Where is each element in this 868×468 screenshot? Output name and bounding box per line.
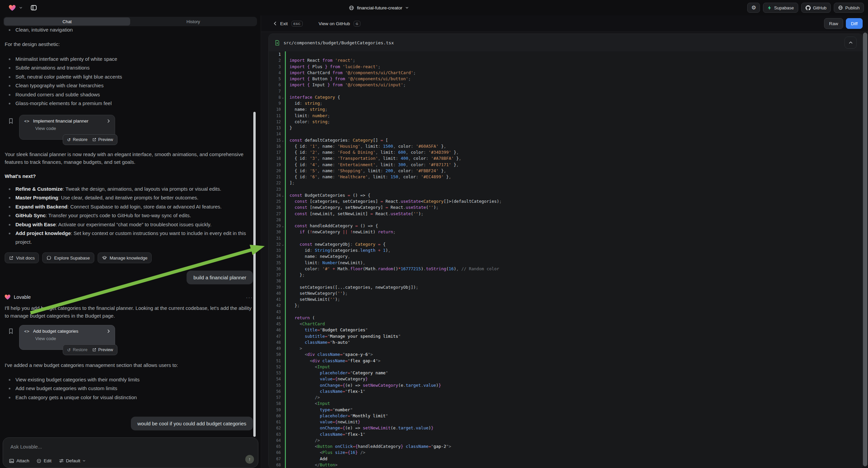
top-bullet-list: Clean, intuitive navigation: [5, 27, 253, 34]
workspace-chevron-down-icon[interactable]: [19, 6, 23, 9]
fold-chevron-icon: [281, 204, 285, 210]
line-number: 3: [270, 64, 281, 70]
code-text: name: string;: [285, 107, 328, 113]
send-button[interactable]: ↑: [245, 455, 254, 464]
line-number: 1: [270, 51, 281, 57]
chevron-down-icon: [83, 459, 86, 462]
github-button[interactable]: GitHub: [801, 3, 831, 13]
project-switcher[interactable]: financial-future-creator: [349, 0, 409, 16]
design-bullet-list: Minimalist interface with plenty of whit…: [5, 55, 253, 108]
project-title: financial-future-creator: [357, 5, 402, 10]
code-line: 60 placeholder="Monthly limit": [269, 413, 863, 419]
fold-chevron-icon: [281, 364, 285, 370]
list-item: Minimalist interface with plenty of whit…: [5, 55, 253, 63]
restore-button[interactable]: ↺ Restore: [67, 348, 88, 352]
lovable-logo-heart-icon[interactable]: [9, 5, 16, 11]
preview-button[interactable]: Preview: [92, 348, 113, 352]
view-code-link[interactable]: View code: [20, 123, 115, 131]
code-line: 48 className="h-auto": [269, 340, 863, 346]
code-line: 23: [269, 186, 863, 193]
fold-chevron-icon[interactable]: ⌄: [281, 223, 285, 229]
gear-icon: ⚙: [751, 5, 756, 10]
code-text: const defaultCategories: Category[] = [: [285, 137, 388, 143]
code-line: 41 setNewLimit('');: [269, 296, 863, 302]
message-more-icon[interactable]: ···: [246, 294, 253, 300]
code-line: 54 value={newCategory}: [269, 376, 863, 382]
diff-toggle-button[interactable]: Diff: [846, 18, 863, 29]
chat-scrollbar-thumb[interactable]: [253, 112, 256, 437]
code-line: 29⌄ const handleAddCategory = () => {: [269, 223, 863, 229]
raw-toggle-button[interactable]: Raw: [824, 18, 843, 29]
code-line: 17 { id: '2', name: 'Food & Dining', lim…: [269, 149, 863, 155]
code-line: 28: [269, 217, 863, 223]
chevron-left-icon[interactable]: [274, 22, 276, 26]
code-line: 5import { Button } from '@/components/ui…: [269, 76, 863, 82]
code-line: 22];: [269, 180, 863, 186]
line-number: 36: [270, 266, 281, 272]
project-chevron-down-icon: [405, 6, 409, 9]
fold-chevron-icon[interactable]: ⌄: [281, 241, 285, 247]
supabase-button[interactable]: Supabase: [763, 3, 798, 13]
fold-chevron-icon: [281, 278, 285, 284]
file-card-header[interactable]: src/components/budget/BudgetCategories.t…: [269, 34, 863, 52]
fold-chevron-icon: [281, 155, 285, 162]
settings-button[interactable]: ⚙: [747, 3, 760, 13]
code-line: 16 { id: '1', name: 'Housing', limit: 15…: [269, 143, 863, 149]
code-line: 25 const [categories, setCategories] = R…: [269, 198, 863, 204]
edit-mode-button[interactable]: Edit: [37, 458, 51, 463]
fold-chevron-icon[interactable]: ⌄: [281, 137, 285, 143]
explore-supabase-button[interactable]: Explore Supabase: [42, 253, 94, 263]
list-item: Clean, intuitive navigation: [5, 27, 253, 34]
fold-chevron-icon: [281, 437, 285, 443]
arrow-up-icon: ↑: [249, 457, 251, 462]
chat-message-list[interactable]: Clean, intuitive navigation For the desi…: [3, 27, 258, 437]
manage-knowledge-button[interactable]: Manage knowledge: [98, 253, 152, 263]
code-line: 34 name: newCategory,: [269, 254, 863, 260]
attach-button[interactable]: Attach: [9, 458, 29, 463]
version-card-title: Implement financial planner: [33, 118, 88, 123]
restore-button[interactable]: ↺ Restore: [67, 137, 88, 142]
top-bar: financial-future-creator ⚙ Supabase GitH…: [0, 0, 868, 16]
line-number: 7: [270, 88, 281, 94]
tab-history[interactable]: History: [130, 18, 256, 26]
collapse-file-button[interactable]: [844, 37, 857, 49]
code-line: 43: [269, 309, 863, 315]
fold-chevron-icon: [281, 315, 285, 321]
toggle-sidebar-icon[interactable]: [31, 5, 37, 11]
list-item: Glass-morphic elements for a premium fee…: [5, 99, 253, 108]
model-selector[interactable]: Default: [59, 458, 86, 463]
code-text: <div className="flex gap-4">: [285, 358, 380, 364]
code-line: 51 <div className="flex gap-4">: [269, 358, 863, 364]
exit-button[interactable]: Exit: [280, 21, 288, 26]
publish-button[interactable]: Publish: [834, 3, 864, 13]
assistant-name: Lovable: [14, 294, 31, 300]
code-line: 27 const [newLimit, setNewLimit] = React…: [269, 211, 863, 217]
code-editor[interactable]: 12import React from 'react';3import { Pl…: [269, 51, 863, 468]
list-item: Subtle animations and transitions: [5, 63, 253, 72]
fold-chevron-icon: [281, 107, 285, 113]
visit-docs-button[interactable]: Visit docs: [5, 253, 39, 263]
fold-chevron-icon[interactable]: ⌄: [281, 94, 285, 100]
code-line: 57 />: [269, 394, 863, 401]
view-code-link[interactable]: View code: [20, 334, 115, 341]
fold-chevron-icon: [281, 100, 285, 107]
line-number: 16: [270, 143, 281, 149]
code-line: 1: [269, 51, 863, 57]
view-on-github-button[interactable]: View on GitHub: [319, 21, 350, 26]
fold-chevron-icon: [281, 229, 285, 235]
bullet-icon: [9, 58, 10, 60]
prompt-input[interactable]: Ask Lovable... Attach Edit Default ↑: [3, 437, 258, 468]
assistant-reply-intro: I'll help you add budget categories to t…: [5, 304, 253, 320]
bookmark-icon[interactable]: [8, 328, 13, 334]
preview-button[interactable]: Preview: [92, 137, 113, 142]
fold-chevron-icon: [281, 125, 285, 131]
tab-chat[interactable]: Chat: [4, 18, 130, 26]
window-scrollbar-thumb[interactable]: [863, 33, 867, 466]
bullet-icon: [9, 94, 10, 96]
code-line: 68 </Button>: [269, 462, 863, 468]
file-path: src/components/budget/BudgetCategories.t…: [283, 40, 394, 45]
fold-chevron-icon[interactable]: ⌄: [281, 193, 285, 198]
line-number: 44: [270, 315, 281, 321]
code-text: className="flex-1": [285, 388, 365, 394]
bookmark-icon[interactable]: [8, 118, 13, 124]
